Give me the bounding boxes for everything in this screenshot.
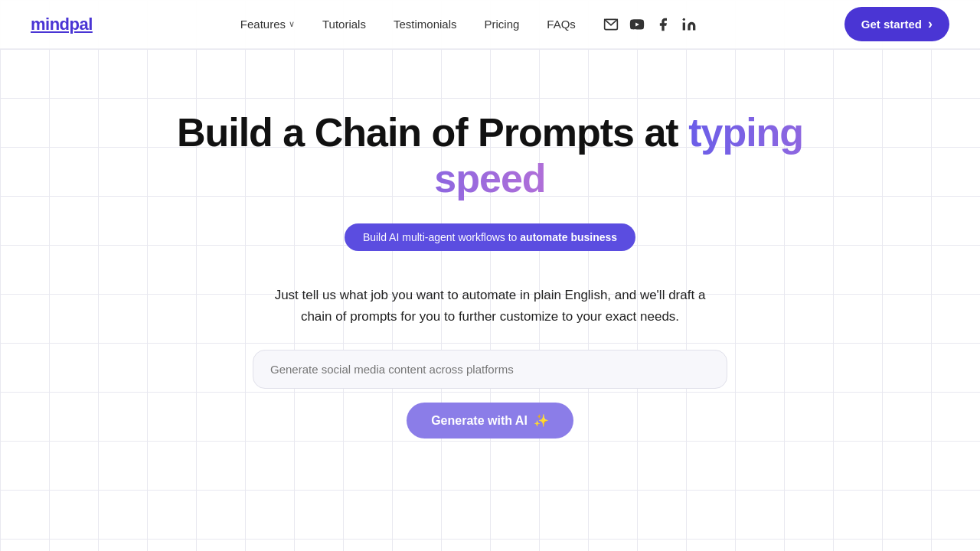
hero-description: Just tell us what job you want to automa… — [268, 285, 712, 329]
svg-rect-2 — [683, 22, 685, 30]
get-started-button[interactable]: Get started › — [844, 7, 949, 41]
social-icons — [603, 17, 697, 32]
generate-button[interactable]: Generate with AI ✨ — [407, 403, 573, 439]
nav-links: Features ∨ Tutorials Testimonials Pricin… — [240, 17, 697, 32]
chevron-down-icon: ∨ — [289, 19, 295, 29]
svg-point-3 — [683, 18, 685, 20]
hero-badge: Build AI multi-agent workflows to automa… — [345, 223, 635, 251]
hero-input-container — [253, 350, 727, 389]
nav-tutorials[interactable]: Tutorials — [322, 18, 366, 31]
nav-testimonials[interactable]: Testimonials — [394, 18, 457, 31]
workflow-input[interactable] — [253, 350, 727, 389]
nav-features[interactable]: Features ∨ — [240, 18, 295, 31]
nav-faqs[interactable]: FAQs — [547, 18, 576, 31]
sparkle-icon: ✨ — [534, 413, 549, 428]
navbar: mindpal Features ∨ Tutorials Testimonial… — [0, 0, 980, 49]
email-icon[interactable] — [603, 17, 619, 32]
youtube-icon[interactable] — [629, 17, 645, 32]
brand-logo[interactable]: mindpal — [31, 15, 93, 34]
nav-right: Get started › — [844, 7, 949, 41]
linkedin-icon[interactable] — [681, 17, 697, 32]
facebook-icon[interactable] — [655, 17, 671, 32]
hero-title: Build a Chain of Prompts at typing speed — [176, 110, 804, 202]
nav-pricing[interactable]: Pricing — [484, 18, 519, 31]
hero-section: Build a Chain of Prompts at typing speed… — [0, 49, 980, 439]
arrow-icon: › — [928, 16, 933, 32]
